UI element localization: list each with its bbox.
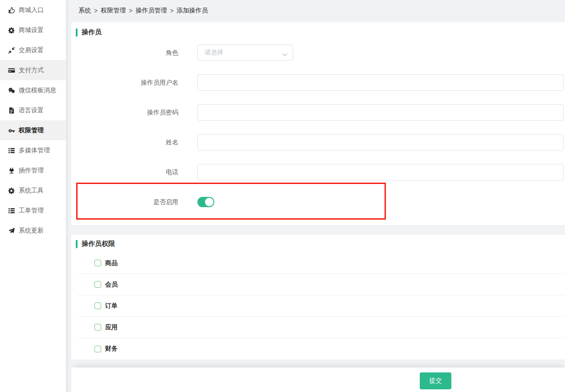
permission-row-orders[interactable]: 订单 <box>77 295 565 317</box>
sidebar-item-label: 系统更新 <box>19 227 44 235</box>
checkbox-icon[interactable] <box>94 302 101 309</box>
section-accent-bar <box>76 240 78 248</box>
operator-panel: 操作员 角色 请选择 操作员用户名 操作员密码 姓名 <box>71 22 565 225</box>
checkbox-icon[interactable] <box>94 346 101 352</box>
role-label: 角色 <box>71 45 178 61</box>
hand-icon <box>8 7 15 14</box>
permission-label: 应用 <box>105 323 118 331</box>
permission-row-apps[interactable]: 应用 <box>77 317 565 338</box>
permission-label: 订单 <box>105 302 118 310</box>
key-icon <box>8 127 15 134</box>
phone-label: 电话 <box>71 164 178 180</box>
gear-icon <box>8 187 15 194</box>
sidebar-item-payment-methods[interactable]: 支付方式 <box>0 60 66 80</box>
role-select[interactable]: 请选择 <box>197 45 293 61</box>
sidebar-item-label: 交易设置 <box>19 46 44 54</box>
checkbox-icon[interactable] <box>94 324 101 331</box>
section-title-text: 操作员权限 <box>82 240 115 248</box>
exchange-icon <box>8 47 15 54</box>
permission-label: 商品 <box>105 259 118 267</box>
sidebar-item-system-tools[interactable]: 系统工具 <box>0 180 66 200</box>
sidebar-item-label: 商城设置 <box>19 26 44 34</box>
checkbox-icon[interactable] <box>94 260 101 266</box>
list-icon <box>8 207 15 214</box>
enabled-label: 是否启用 <box>71 197 178 207</box>
credit-card-icon <box>8 67 15 74</box>
sidebar-item-wechat-template[interactable]: 微信模板消息 <box>0 80 66 100</box>
enabled-toggle[interactable] <box>197 197 214 207</box>
sidebar-item-media-management[interactable]: 多媒体管理 <box>0 140 66 160</box>
section-accent-bar <box>76 29 78 37</box>
phone-input[interactable] <box>197 164 564 180</box>
gear-icon <box>8 27 15 34</box>
username-label: 操作员用户名 <box>71 74 178 90</box>
sidebar-item-work-order-management[interactable]: 工单管理 <box>0 200 66 220</box>
checkbox-icon[interactable] <box>94 281 101 288</box>
language-icon <box>8 107 15 114</box>
breadcrumb-item-add-operator: 添加操作员 <box>177 7 208 15</box>
sidebar-item-label: 语言设置 <box>19 106 44 114</box>
sidebar-item-label: 支付方式 <box>19 66 44 74</box>
name-input[interactable] <box>197 134 564 151</box>
permission-row-finance[interactable]: 财务 <box>77 338 565 359</box>
chevron-down-icon <box>282 51 287 54</box>
section-title-text: 操作员 <box>82 28 102 37</box>
toggle-knob <box>205 198 213 206</box>
breadcrumb-separator: > <box>170 7 173 14</box>
password-input[interactable] <box>197 104 564 121</box>
breadcrumb-separator: > <box>129 7 132 14</box>
sidebar-item-label: 商城入口 <box>19 6 44 14</box>
sidebar-item-mall-settings[interactable]: 商城设置 <box>0 20 66 40</box>
username-input[interactable] <box>197 74 564 91</box>
name-label: 姓名 <box>71 134 178 150</box>
sidebar-item-label: 权限管理 <box>19 127 44 135</box>
sidebar-item-label: 多媒体管理 <box>19 147 50 155</box>
breadcrumb-item-system[interactable]: 系统 <box>78 7 91 15</box>
sidebar-item-plugin-management[interactable]: 插件管理 <box>0 160 66 180</box>
permission-label: 财务 <box>105 345 118 353</box>
sidebar: 商城入口 商城设置 交易设置 支付方式 微信模板消息 语言设置 权限管理 多媒体… <box>0 0 66 392</box>
submit-button[interactable]: 提交 <box>420 372 451 389</box>
role-select-placeholder: 请选择 <box>205 49 223 57</box>
breadcrumb-item-operator-management[interactable]: 操作员管理 <box>135 7 167 15</box>
permission-label: 会员 <box>105 281 118 289</box>
plugin-icon <box>8 167 15 174</box>
sidebar-item-language-settings[interactable]: 语言设置 <box>0 100 66 120</box>
breadcrumb-item-permission[interactable]: 权限管理 <box>101 7 126 15</box>
breadcrumb-separator: > <box>94 7 98 14</box>
permissions-panel: 操作员权限 商品 会员 订单 应用 财务 <box>71 235 565 359</box>
sidebar-item-trade-settings[interactable]: 交易设置 <box>0 40 66 60</box>
main-content: 系统 > 权限管理 > 操作员管理 > 添加操作员 操作员 角色 请选择 操作员… <box>66 0 565 392</box>
sidebar-item-label: 工单管理 <box>19 207 44 215</box>
permission-row-members[interactable]: 会员 <box>77 274 565 295</box>
breadcrumb: 系统 > 权限管理 > 操作员管理 > 添加操作员 <box>66 0 565 21</box>
sidebar-item-label: 微信模板消息 <box>19 86 56 94</box>
sidebar-item-mall-entry[interactable]: 商城入口 <box>0 0 66 20</box>
list-icon <box>8 147 15 154</box>
operator-section-title: 操作员 <box>71 22 565 37</box>
form-footer: 提交 <box>71 368 565 392</box>
sidebar-item-label: 插件管理 <box>19 167 44 175</box>
permissions-section-title: 操作员权限 <box>71 235 565 248</box>
password-label: 操作员密码 <box>71 104 178 120</box>
send-icon <box>8 227 15 234</box>
permission-row-goods[interactable]: 商品 <box>77 253 565 274</box>
sidebar-item-permission-management[interactable]: 权限管理 <box>0 120 66 140</box>
wechat-icon <box>8 87 15 94</box>
sidebar-item-system-update[interactable]: 系统更新 <box>0 220 66 241</box>
sidebar-item-label: 系统工具 <box>19 187 44 195</box>
